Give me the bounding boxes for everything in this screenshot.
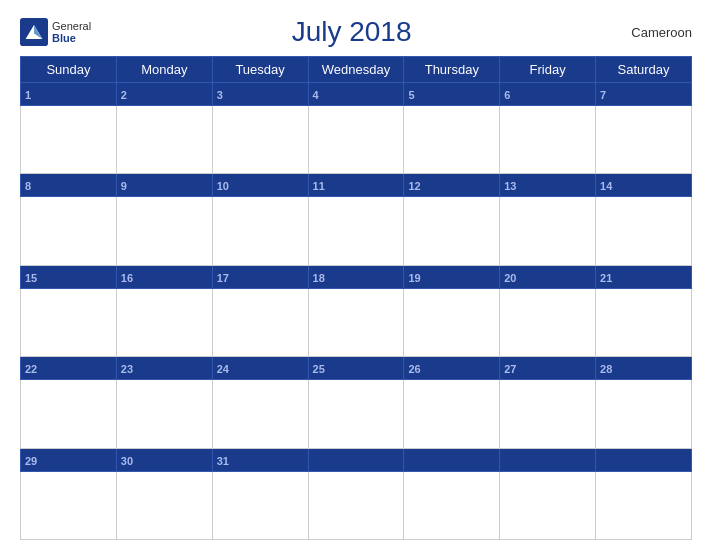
day-content-cell (212, 471, 308, 539)
date-num-cell: 10 (212, 174, 308, 197)
day-content-cell (308, 471, 404, 539)
day-content-cell (21, 197, 117, 265)
date-num-cell: 27 (500, 357, 596, 380)
day-header-monday: Monday (116, 57, 212, 83)
date-num-cell: 9 (116, 174, 212, 197)
day-number: 26 (408, 363, 420, 375)
day-content-cell (21, 380, 117, 448)
day-number: 16 (121, 272, 133, 284)
day-content-cell (21, 106, 117, 174)
week-num-row-4: 293031 (21, 448, 692, 471)
day-number: 2 (121, 89, 127, 101)
day-header-tuesday: Tuesday (212, 57, 308, 83)
day-number: 21 (600, 272, 612, 284)
week-content-row-2 (21, 288, 692, 356)
day-number: 3 (217, 89, 223, 101)
day-header-saturday: Saturday (596, 57, 692, 83)
day-content-cell (596, 471, 692, 539)
day-number: 6 (504, 89, 510, 101)
date-num-cell: 11 (308, 174, 404, 197)
date-num-cell (500, 448, 596, 471)
day-number: 1 (25, 89, 31, 101)
date-num-cell: 2 (116, 83, 212, 106)
day-number: 14 (600, 180, 612, 192)
days-of-week-row: SundayMondayTuesdayWednesdayThursdayFrid… (21, 57, 692, 83)
day-number: 17 (217, 272, 229, 284)
day-number: 18 (313, 272, 325, 284)
day-number: 19 (408, 272, 420, 284)
country-label: Cameroon (612, 25, 692, 40)
day-number: 24 (217, 363, 229, 375)
day-header-sunday: Sunday (21, 57, 117, 83)
logo-text: General Blue (52, 20, 91, 44)
week-num-row-1: 891011121314 (21, 174, 692, 197)
date-num-cell: 17 (212, 265, 308, 288)
day-content-cell (308, 106, 404, 174)
date-num-cell: 16 (116, 265, 212, 288)
day-number: 23 (121, 363, 133, 375)
date-num-cell: 31 (212, 448, 308, 471)
day-content-cell (308, 288, 404, 356)
day-content-cell (596, 106, 692, 174)
date-num-cell: 13 (500, 174, 596, 197)
logo-general-label: General (52, 20, 91, 32)
week-content-row-0 (21, 106, 692, 174)
day-content-cell (21, 288, 117, 356)
day-content-cell (500, 471, 596, 539)
day-content-cell (21, 471, 117, 539)
day-content-cell (596, 288, 692, 356)
day-number: 10 (217, 180, 229, 192)
week-content-row-1 (21, 197, 692, 265)
day-content-cell (404, 197, 500, 265)
date-num-cell: 8 (21, 174, 117, 197)
day-number: 7 (600, 89, 606, 101)
day-header-thursday: Thursday (404, 57, 500, 83)
date-num-cell: 21 (596, 265, 692, 288)
date-num-cell: 23 (116, 357, 212, 380)
day-content-cell (116, 197, 212, 265)
week-content-row-3 (21, 380, 692, 448)
day-number: 11 (313, 180, 325, 192)
day-content-cell (308, 197, 404, 265)
day-content-cell (404, 380, 500, 448)
date-num-cell: 4 (308, 83, 404, 106)
day-content-cell (116, 106, 212, 174)
day-number: 27 (504, 363, 516, 375)
day-content-cell (596, 197, 692, 265)
date-num-cell: 15 (21, 265, 117, 288)
day-number: 25 (313, 363, 325, 375)
week-num-row-3: 22232425262728 (21, 357, 692, 380)
day-number: 30 (121, 455, 133, 467)
day-number: 13 (504, 180, 516, 192)
date-num-cell: 20 (500, 265, 596, 288)
day-content-cell (500, 288, 596, 356)
day-number: 28 (600, 363, 612, 375)
week-num-row-0: 1234567 (21, 83, 692, 106)
day-content-cell (500, 380, 596, 448)
date-num-cell: 12 (404, 174, 500, 197)
day-content-cell (212, 197, 308, 265)
day-number: 12 (408, 180, 420, 192)
date-num-cell: 29 (21, 448, 117, 471)
date-num-cell: 26 (404, 357, 500, 380)
day-number: 15 (25, 272, 37, 284)
date-num-cell: 24 (212, 357, 308, 380)
day-content-cell (500, 106, 596, 174)
week-content-row-4 (21, 471, 692, 539)
date-num-cell: 22 (21, 357, 117, 380)
date-num-cell (596, 448, 692, 471)
day-content-cell (212, 106, 308, 174)
date-num-cell: 19 (404, 265, 500, 288)
day-content-cell (308, 380, 404, 448)
date-num-cell (404, 448, 500, 471)
logo-blue-label: Blue (52, 32, 91, 44)
date-num-cell: 25 (308, 357, 404, 380)
date-num-cell: 1 (21, 83, 117, 106)
day-content-cell (116, 380, 212, 448)
calendar-table: SundayMondayTuesdayWednesdayThursdayFrid… (20, 56, 692, 540)
day-content-cell (596, 380, 692, 448)
day-number: 9 (121, 180, 127, 192)
day-content-cell (116, 471, 212, 539)
date-num-cell: 7 (596, 83, 692, 106)
day-header-wednesday: Wednesday (308, 57, 404, 83)
